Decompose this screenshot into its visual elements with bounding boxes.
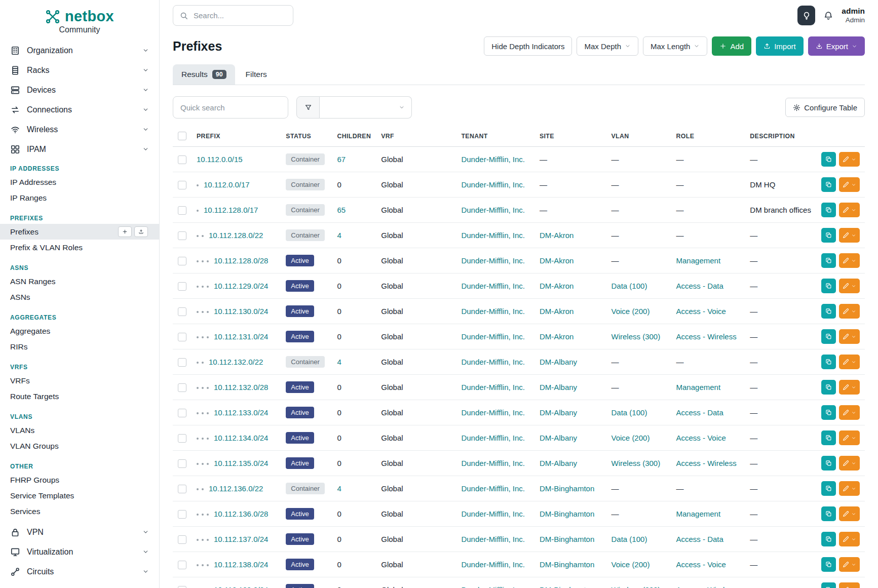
tenant-link[interactable]: Dunder-Mifflin, Inc. xyxy=(461,408,525,417)
role-link[interactable]: Access - Wireless xyxy=(676,332,737,341)
tenant-link[interactable]: Dunder-Mifflin, Inc. xyxy=(461,307,525,316)
role-link[interactable]: Management xyxy=(676,383,721,391)
edit-button[interactable] xyxy=(839,430,860,445)
prefix-link[interactable]: 10.112.0.0/15 xyxy=(197,155,243,164)
column-header-children[interactable]: CHILDREN xyxy=(332,126,376,147)
clone-button[interactable] xyxy=(821,506,836,521)
sidebar-item-connections[interactable]: Connections xyxy=(0,100,159,120)
prefix-link[interactable]: 10.112.130.0/24 xyxy=(214,307,268,316)
sidebar-item-ip-addresses[interactable]: IP Addresses xyxy=(0,174,159,190)
site-link[interactable]: DM-Albany xyxy=(540,434,577,442)
tab-results[interactable]: Results 90 xyxy=(173,64,235,85)
sidebar-item-services[interactable]: Services xyxy=(0,503,159,519)
tenant-link[interactable]: Dunder-Mifflin, Inc. xyxy=(461,206,525,214)
prefix-link[interactable]: 10.112.133.0/24 xyxy=(214,408,268,417)
sidebar-item-vrfs[interactable]: VRFs xyxy=(0,373,159,388)
export-button[interactable]: Export xyxy=(808,36,865,56)
row-checkbox[interactable] xyxy=(178,510,186,519)
row-checkbox[interactable] xyxy=(178,333,186,341)
site-link[interactable]: DM-Binghamton xyxy=(540,535,594,543)
row-checkbox[interactable] xyxy=(178,257,186,265)
site-link[interactable]: DM-Albany xyxy=(540,383,577,391)
edit-button[interactable] xyxy=(839,253,860,268)
prefix-link[interactable]: 10.112.135.0/24 xyxy=(214,459,268,467)
vlan-link[interactable]: Voice (200) xyxy=(612,307,650,316)
vlan-link[interactable]: Data (100) xyxy=(612,408,647,417)
max-length-dropdown[interactable]: Max Length xyxy=(643,36,707,56)
sidebar-item-fhrp-groups[interactable]: FHRP Groups xyxy=(0,472,159,488)
sidebar-item-prefix-vlan-roles[interactable]: Prefix & VLAN Roles xyxy=(0,240,159,255)
tenant-link[interactable]: Dunder-Mifflin, Inc. xyxy=(461,560,525,569)
tab-filters[interactable]: Filters xyxy=(237,64,276,85)
role-link[interactable]: Access - Wireless xyxy=(676,585,737,588)
clone-button[interactable] xyxy=(821,405,836,420)
children-link[interactable]: 65 xyxy=(337,206,346,214)
prefix-link[interactable]: 10.112.139.0/24 xyxy=(214,585,268,588)
column-header-site[interactable]: SITE xyxy=(535,126,606,147)
edit-button[interactable] xyxy=(839,506,860,521)
select-all-checkbox[interactable] xyxy=(178,132,186,140)
prefix-link[interactable]: 10.112.128.0/28 xyxy=(214,256,268,265)
sidebar-item-rirs[interactable]: RIRs xyxy=(0,339,159,355)
brand-link[interactable]: netbox Community xyxy=(0,5,159,41)
row-checkbox[interactable] xyxy=(178,561,186,569)
prefix-link[interactable]: 10.112.128.0/17 xyxy=(204,206,258,214)
column-header-prefix[interactable]: PREFIX xyxy=(192,126,281,147)
vlan-link[interactable]: Wireless (300) xyxy=(612,332,661,341)
tenant-link[interactable]: Dunder-Mifflin, Inc. xyxy=(461,282,525,290)
role-link[interactable]: Access - Wireless xyxy=(676,459,737,467)
edit-button[interactable] xyxy=(839,228,860,243)
column-header-role[interactable]: ROLE xyxy=(671,126,745,147)
edit-button[interactable] xyxy=(839,279,860,293)
row-checkbox[interactable] xyxy=(178,409,186,417)
row-checkbox[interactable] xyxy=(178,383,186,392)
sidebar-item-vlan-groups[interactable]: VLAN Groups xyxy=(0,438,159,454)
prefixes-import-button[interactable] xyxy=(134,226,148,237)
prefix-link[interactable]: 10.112.134.0/24 xyxy=(214,434,268,442)
edit-button[interactable] xyxy=(839,582,860,588)
sidebar-item-racks[interactable]: Racks xyxy=(0,60,159,80)
role-link[interactable]: Access - Data xyxy=(676,408,723,417)
site-link[interactable]: DM-Albany xyxy=(540,459,577,467)
sidebar-item-route-targets[interactable]: Route Targets xyxy=(0,388,159,404)
role-link[interactable]: Access - Voice xyxy=(676,434,726,442)
sidebar-item-devices[interactable]: Devices xyxy=(0,80,159,100)
tenant-link[interactable]: Dunder-Mifflin, Inc. xyxy=(461,332,525,341)
role-link[interactable]: Access - Voice xyxy=(676,307,726,316)
site-link[interactable]: DM-Binghamton xyxy=(540,509,594,518)
row-checkbox[interactable] xyxy=(178,307,186,316)
site-link[interactable]: DM-Albany xyxy=(540,358,577,366)
vlan-link[interactable]: Voice (200) xyxy=(612,434,650,442)
prefix-link[interactable]: 10.112.129.0/24 xyxy=(214,282,268,290)
notifications-button[interactable] xyxy=(823,11,833,21)
tenant-link[interactable]: Dunder-Mifflin, Inc. xyxy=(461,256,525,265)
site-link[interactable]: DM-Akron xyxy=(540,256,574,265)
clone-button[interactable] xyxy=(821,380,836,395)
user-menu[interactable]: admin Admin xyxy=(842,7,865,24)
site-link[interactable]: DM-Binghamton xyxy=(540,484,594,493)
clone-button[interactable] xyxy=(821,329,836,344)
clone-button[interactable] xyxy=(821,582,836,588)
row-checkbox[interactable] xyxy=(178,485,186,493)
edit-button[interactable] xyxy=(839,456,860,471)
clone-button[interactable] xyxy=(821,152,836,167)
hide-depth-indicators-button[interactable]: Hide Depth Indicators xyxy=(484,36,572,56)
add-button[interactable]: Add xyxy=(712,36,751,56)
tenant-link[interactable]: Dunder-Mifflin, Inc. xyxy=(461,358,525,366)
row-checkbox[interactable] xyxy=(178,206,186,215)
clone-button[interactable] xyxy=(821,304,836,319)
clone-button[interactable] xyxy=(821,557,836,572)
column-header-vlan[interactable]: VLAN xyxy=(606,126,671,147)
column-header-description[interactable]: DESCRIPTION xyxy=(745,126,816,147)
quick-search-input[interactable] xyxy=(173,96,288,119)
edit-button[interactable] xyxy=(839,329,860,344)
site-link[interactable]: DM-Akron xyxy=(540,307,574,316)
clone-button[interactable] xyxy=(821,253,836,268)
prefix-link[interactable]: 10.112.136.0/28 xyxy=(214,509,268,518)
role-link[interactable]: Access - Voice xyxy=(676,560,726,569)
site-link[interactable]: DM-Akron xyxy=(540,231,574,240)
saved-filter-select[interactable] xyxy=(320,96,412,119)
tenant-link[interactable]: Dunder-Mifflin, Inc. xyxy=(461,434,525,442)
role-link[interactable]: Management xyxy=(676,256,721,265)
column-header-tenant[interactable]: TENANT xyxy=(456,126,534,147)
